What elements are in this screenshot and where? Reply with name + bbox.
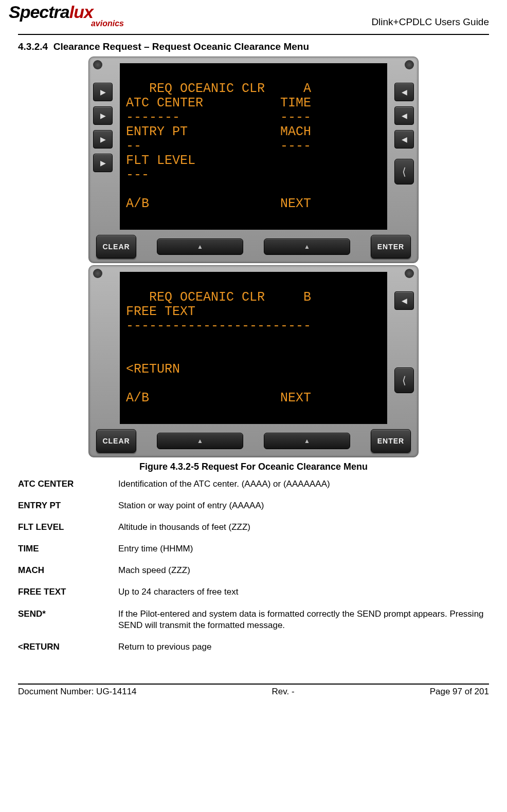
section-heading: 4.3.2.4 Clearance Request – Request Ocea…	[18, 41, 489, 52]
screen-line: ------- ----	[126, 110, 311, 125]
screw-icon	[405, 60, 414, 69]
line-select-key[interactable]: ▶	[93, 106, 113, 125]
footer-doc: Document Number: UG-14114	[18, 687, 137, 697]
right-softkeys: ◀ ◀ ◀ ⟨	[390, 63, 414, 230]
left-softkeys: ▶ ▶ ▶ ▶	[93, 272, 117, 424]
line-select-key[interactable]: ▶	[93, 83, 113, 101]
rocker-switch[interactable]: ▲	[264, 433, 350, 449]
definition-term: TIME	[18, 543, 118, 555]
clear-button[interactable]: CLEAR	[96, 429, 136, 453]
cdu-screen-b: REQ OCEANIC CLR B FREE TEXT ------------…	[120, 272, 387, 424]
left-softkeys: ▶ ▶ ▶ ▶	[93, 63, 117, 230]
definition-desc: If the Pilot-entered and system data is …	[118, 608, 489, 631]
definition-row: ATC CENTER Identification of the ATC cen…	[18, 478, 489, 490]
definition-term: ATC CENTER	[18, 478, 118, 490]
line-select-key[interactable]: ◀	[394, 291, 414, 310]
line-select-key[interactable]: ▶	[93, 154, 113, 172]
clear-button[interactable]: CLEAR	[96, 235, 136, 259]
definition-row: ENTRY PT Station or way point of entry (…	[18, 500, 489, 511]
rocker-switch[interactable]: ▲	[157, 238, 243, 255]
definition-term: ENTRY PT	[18, 500, 118, 511]
screw-icon	[93, 269, 102, 278]
screen-line: ---	[126, 168, 149, 182]
section-title: Clearance Request – Request Oceanic Clea…	[53, 41, 309, 52]
logo-text-b: lux	[69, 2, 93, 22]
definition-row: FLT LEVEL Altitude in thousands of feet …	[18, 522, 489, 533]
definition-row: MACH Mach speed (ZZZ)	[18, 565, 489, 576]
device-panel-b: ▶ ▶ ▶ ▶ REQ OCEANIC CLR B FREE TEXT ----…	[88, 265, 419, 457]
definition-term: MACH	[18, 565, 118, 576]
definition-desc: Station or way point of entry (AAAAA)	[118, 500, 489, 511]
line-select-key[interactable]: ▶	[93, 130, 113, 149]
footer-rev: Rev. -	[272, 687, 295, 697]
definition-term: FREE TEXT	[18, 586, 118, 598]
screen-line: FLT LEVEL	[126, 153, 195, 168]
right-softkeys: ◀ ◀ ◀ ⟨	[390, 272, 414, 424]
scroll-button[interactable]: ⟨	[394, 367, 414, 393]
definition-desc: Mach speed (ZZZ)	[118, 565, 489, 576]
section-number: 4.3.2.4	[18, 41, 48, 52]
definition-row: FREE TEXT Up to 24 characters of free te…	[18, 586, 489, 598]
rocker-switch[interactable]: ▲	[264, 238, 350, 255]
line-select-key[interactable]: ◀	[394, 130, 414, 149]
rocker-switch[interactable]: ▲	[157, 433, 243, 449]
enter-button[interactable]: ENTER	[371, 235, 411, 259]
definition-row: SEND* If the Pilot-entered and system da…	[18, 608, 489, 631]
definitions-list: ATC CENTER Identification of the ATC cen…	[18, 478, 489, 653]
cdu-screen-a: REQ OCEANIC CLR A ATC CENTER TIME ------…	[120, 63, 387, 230]
definition-desc: Altitude in thousands of feet (ZZZ)	[118, 522, 489, 533]
logo-text-a: Spectra	[9, 2, 69, 22]
device-panel-a: ▶ ▶ ▶ ▶ REQ OCEANIC CLR A ATC CENTER TIM…	[88, 57, 419, 263]
definition-term: FLT LEVEL	[18, 522, 118, 533]
definition-row: <RETURN Return to previous page	[18, 641, 489, 653]
line-select-key[interactable]: ◀	[394, 106, 414, 125]
screen-line: -- ----	[126, 139, 311, 154]
screen-line: FREE TEXT	[126, 304, 195, 319]
definition-desc: Up to 24 characters of free text	[118, 586, 489, 598]
definition-desc: Identification of the ATC center. (AAAA)…	[118, 478, 489, 490]
screen-line: ------------------------	[126, 319, 311, 334]
enter-button[interactable]: ENTER	[371, 429, 411, 453]
screen-line: ATC CENTER TIME	[126, 96, 311, 110]
footer-page: Page 97 of 201	[430, 687, 489, 697]
definition-term: <RETURN	[18, 641, 118, 653]
page-header: Spectralux avionics Dlink+CPDLC Users Gu…	[18, 5, 489, 35]
definition-term: SEND*	[18, 608, 118, 631]
screen-line: <RETURN	[126, 362, 180, 377]
screw-icon	[405, 269, 414, 278]
logo: Spectralux avionics	[9, 2, 127, 28]
figure-caption: Figure 4.3.2-5 Request For Oceanic Clear…	[139, 462, 368, 472]
guide-title: Dlink+CPDLC Users Guide	[371, 16, 489, 28]
page-footer: Document Number: UG-14114 Rev. - Page 97…	[18, 684, 489, 697]
screen-line: A/B NEXT	[126, 196, 311, 211]
screen-line: A/B NEXT	[126, 391, 311, 405]
scroll-button[interactable]: ⟨	[394, 159, 414, 184]
screen-line: REQ OCEANIC CLR A	[126, 81, 311, 96]
definition-desc: Entry time (HHMM)	[118, 543, 489, 555]
screen-line: ENTRY PT MACH	[126, 124, 311, 139]
definition-desc: Return to previous page	[118, 641, 489, 653]
line-select-key[interactable]: ◀	[394, 83, 414, 101]
screen-line: REQ OCEANIC CLR B	[126, 290, 311, 305]
screw-icon	[93, 60, 102, 69]
definition-row: TIME Entry time (HHMM)	[18, 543, 489, 555]
